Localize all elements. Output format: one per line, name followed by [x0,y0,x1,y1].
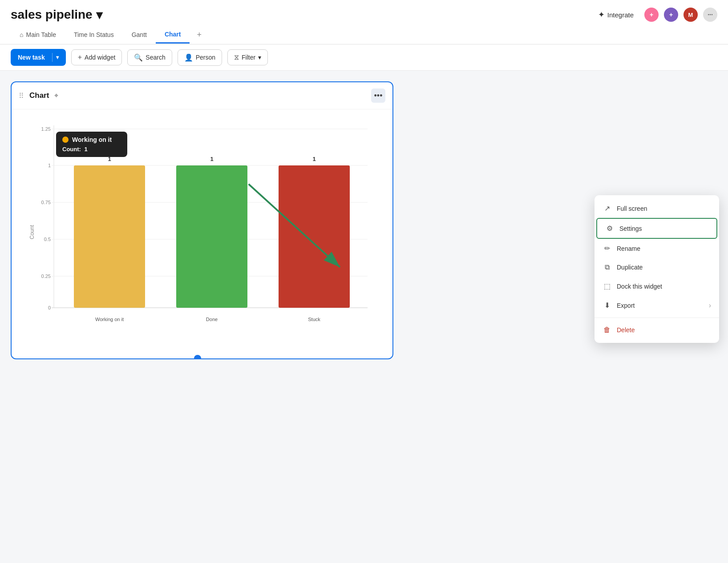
bar-stuck[interactable] [279,165,350,308]
widget-title: Chart [29,91,49,100]
tooltip-count: Count: 1 [62,146,121,153]
tabs-row: ⌂ Main Table Time In Status Gantt Chart … [11,26,717,44]
bar-done[interactable] [176,165,247,308]
tooltip-title-row: Working on it [62,136,121,143]
top-bar: sales pipeline ▾ ✦ Integrate + + M ··· ⌂… [0,0,728,44]
y-tick-075: 0.75 [41,200,51,205]
menu-item-rename[interactable]: ✏ Rename [595,239,719,258]
toolbar: New task ▾ + Add widget 🔍 Search 👤 Perso… [0,44,728,71]
menu-item-dock-widget[interactable]: ⬚ Dock this widget [595,277,719,296]
title-chevron[interactable]: ▾ [96,8,102,22]
context-menu: ↗ Full screen ⚙ Settings ✏ Rename ⧉ Dupl… [595,195,719,343]
avatar-red[interactable]: M [684,8,698,22]
tab-time-in-status[interactable]: Time In Status [65,27,123,44]
bar-xlabel-working-on-it: Working on it [95,317,124,322]
integrate-icon: ✦ [598,10,605,20]
export-icon: ⬇ [603,301,611,310]
title-row: sales pipeline ▾ ✦ Integrate + + M ··· [11,0,717,22]
tooltip-count-value: 1 [85,146,88,153]
widget-filter-icon[interactable]: ⌖ [54,92,58,100]
tab-main-table[interactable]: ⌂ Main Table [11,27,65,44]
person-button[interactable]: 👤 Person [178,49,222,66]
y-axis-label: Count [29,225,35,239]
chart-area: Working on it Count: 1 Count 1.25 [12,109,392,358]
full-screen-label: Full screen [617,205,711,212]
btn-divider [52,53,53,62]
tooltip-count-label: Count: [62,146,81,153]
menu-item-settings[interactable]: ⚙ Settings [596,218,717,239]
search-button[interactable]: 🔍 Search [127,49,172,66]
tab-chart-label: Chart [165,31,181,38]
avatar-pink[interactable]: + [644,8,659,22]
menu-item-full-screen[interactable]: ↗ Full screen [595,199,719,218]
filter-chevron-icon: ▾ [258,54,261,61]
export-arrow-icon: › [709,302,711,310]
duplicate-icon: ⧉ [603,263,611,271]
chart-widget: ⠿ Chart ⌖ ••• Working on it Count: 1 [11,81,393,359]
search-icon: 🔍 [134,53,143,62]
filter-icon: ⧖ [234,53,239,61]
integrate-button[interactable]: ✦ Integrate [593,7,639,22]
bar-label-stuck-value: 1 [312,156,315,162]
top-right-area: ✦ Integrate + + M ··· [593,7,717,22]
bar-xlabel-done: Done [206,317,218,322]
person-icon: 👤 [184,53,193,62]
y-tick-1: 1 [48,163,51,168]
add-widget-label: Add widget [85,54,115,61]
settings-icon: ⚙ [605,224,614,233]
menu-divider [595,318,719,318]
duplicate-label: Duplicate [617,264,711,271]
person-label: Person [196,54,215,61]
new-task-arrow: ▾ [56,54,59,60]
menu-item-duplicate[interactable]: ⧉ Duplicate [595,258,719,277]
filter-label: Filter [242,54,255,61]
tooltip-title-text: Working on it [72,136,112,143]
delete-icon: 🗑 [603,326,611,334]
resize-handle[interactable] [194,355,201,359]
y-tick-025: 0.25 [41,273,51,279]
widget-menu-icon: ••• [374,91,383,101]
y-tick-125: 1.25 [41,126,51,132]
rename-icon: ✏ [603,244,611,253]
app-title-text: sales pipeline [11,8,93,22]
bar-xlabel-stuck: Stuck [308,317,320,322]
dock-widget-label: Dock this widget [617,283,711,290]
integrate-label: Integrate [607,11,634,19]
tab-chart[interactable]: Chart [156,26,190,44]
new-task-label: New task [18,54,49,61]
new-task-button[interactable]: New task ▾ [11,49,66,66]
avatar-overflow[interactable]: ··· [703,8,717,22]
app-title: sales pipeline ▾ [11,8,102,22]
export-label: Export [617,302,704,309]
dock-widget-icon: ⬚ [603,282,611,290]
avatar-purple[interactable]: + [664,8,678,22]
add-widget-button[interactable]: + Add widget [71,49,122,65]
delete-label: Delete [617,326,711,334]
tab-gantt-label: Gantt [132,31,147,38]
filter-button[interactable]: ⧖ Filter ▾ [227,49,268,65]
y-tick-05: 0.5 [44,237,51,242]
tooltip-dot [62,137,69,143]
menu-item-delete[interactable]: 🗑 Delete [595,321,719,339]
tab-add[interactable]: + [190,26,209,44]
widget-header: ⠿ Chart ⌖ ••• [12,82,392,109]
settings-label: Settings [619,225,708,232]
y-tick-0: 0 [48,305,51,310]
chart-tooltip: Working on it Count: 1 [56,132,127,157]
full-screen-icon: ↗ [603,204,611,213]
menu-item-export[interactable]: ⬇ Export › [595,296,719,315]
add-widget-icon: + [78,53,82,61]
tab-gantt[interactable]: Gantt [123,27,156,44]
rename-label: Rename [617,245,711,252]
tab-main-table-label: Main Table [26,31,56,38]
search-label: Search [146,54,165,61]
main-content: ⠿ Chart ⌖ ••• Working on it Count: 1 [0,71,728,370]
widget-menu-button[interactable]: ••• [371,88,385,103]
tab-time-in-status-label: Time In Status [74,31,114,38]
bar-label-done-value: 1 [210,156,213,162]
drag-handle-icon[interactable]: ⠿ [19,92,24,100]
main-table-icon: ⌂ [20,31,23,38]
bar-working-on-it[interactable] [74,165,145,308]
